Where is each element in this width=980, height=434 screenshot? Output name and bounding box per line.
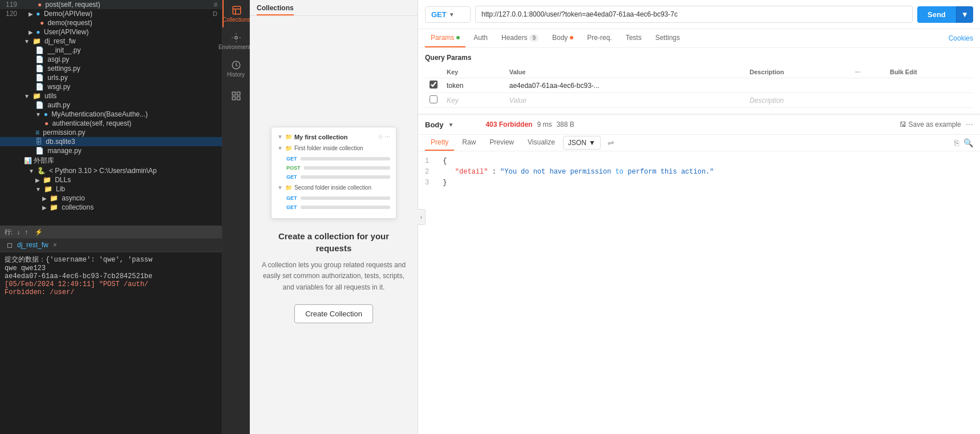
sidebar-item-history[interactable]: History xyxy=(222,55,250,82)
tree-item-permission[interactable]: ≡ permission.py xyxy=(0,128,222,137)
format-selector[interactable]: JSON ▼ xyxy=(563,136,601,150)
send-dropdown-button[interactable]: ▼ xyxy=(956,6,973,23)
response-body: 1 { 2 "detail" : "You do not have permis… xyxy=(418,151,980,434)
tab-tests[interactable]: Tests xyxy=(620,29,647,47)
terminal-line: ae4eda07-61aa-4ec6-bc93-7cb2842521be xyxy=(5,272,217,280)
method-selector[interactable]: GET ▼ xyxy=(425,6,471,23)
tab-settings[interactable]: Settings xyxy=(650,29,686,47)
tab-headers[interactable]: Headers 9 xyxy=(496,29,544,47)
tree-item-auth[interactable]: 📄 auth.py xyxy=(0,101,222,110)
url-input[interactable] xyxy=(475,6,913,23)
py-file-icon: ≡ xyxy=(35,128,39,136)
resp-tab-preview[interactable]: Preview xyxy=(484,135,520,151)
send-button[interactable]: Send xyxy=(917,6,956,23)
more-options-icon: ··· xyxy=(385,133,390,140)
collections-tab-header[interactable]: Collections xyxy=(250,0,418,16)
wrap-lines-icon[interactable]: ⇌ xyxy=(608,138,614,147)
arrow-icon: ▶ xyxy=(42,204,48,211)
tree-item-dj-rest-fw[interactable]: ▼ 📁 dj_rest_fw xyxy=(0,37,222,46)
illustration-header: ▼ 📁 My first collection ☆ ··· xyxy=(277,133,390,140)
query-params-section: Query Params Key Value Description ··· B… xyxy=(418,48,980,114)
tree-item-lib[interactable]: ▼ 📁 Lib xyxy=(0,184,222,194)
folder-icon: 📁 xyxy=(285,145,292,151)
method-label: GET xyxy=(286,204,297,210)
response-status: 403 Forbidden xyxy=(485,120,532,128)
request-panel: GET ▼ Send ▼ Params Auth Headers 9 Body … xyxy=(418,0,980,434)
py-file-icon: 📄 xyxy=(35,147,44,155)
arrow-icon: ▶ xyxy=(29,29,33,35)
py-file-icon: 📄 xyxy=(35,65,44,73)
tree-item-external-libs[interactable]: 📊 外部库 xyxy=(0,155,222,166)
cookies-link[interactable]: Cookies xyxy=(949,34,973,42)
response-chevron-icon[interactable]: ▼ xyxy=(448,122,454,128)
resp-tab-visualize[interactable]: Visualize xyxy=(522,135,561,151)
tab-auth[interactable]: Auth xyxy=(468,29,493,47)
blue-dot-icon: ● xyxy=(44,110,48,118)
tree-item-python[interactable]: ▼ 🐍 < Python 3.10 > C:\Users\admin\Ap xyxy=(0,166,222,175)
param-key-empty[interactable]: Key xyxy=(442,93,505,108)
arrow-icon: ▶ xyxy=(35,177,42,183)
db-file-icon: 🗄 xyxy=(35,138,42,146)
resp-tab-pretty[interactable]: Pretty xyxy=(425,135,454,151)
col-more: ··· xyxy=(851,66,885,78)
terminal-tab[interactable]: ◻ dj_rest_fw × xyxy=(0,239,222,252)
param-checkbox[interactable] xyxy=(430,81,438,89)
copy-response-icon[interactable]: ⎘ xyxy=(954,138,959,147)
search-response-icon[interactable]: 🔍 xyxy=(963,138,973,147)
tree-item-post[interactable]: 119 ● post(self, request) # xyxy=(0,0,222,9)
save-example-button[interactable]: 🖫 Save as example xyxy=(900,120,961,128)
response-label: Body xyxy=(425,120,444,129)
params-table: Key Value Description ··· Bulk Edit toke… xyxy=(425,66,973,108)
create-collection-heading: Create a collection for your requests xyxy=(261,230,406,254)
response-more-options-icon[interactable]: ··· xyxy=(966,119,973,130)
terminal-line-error: [05/Feb/2024 12:49:11] "POST /auth/ xyxy=(5,280,217,288)
tree-item-settings[interactable]: 📄 settings.py xyxy=(0,64,222,73)
tree-item-asgi[interactable]: 📄 asgi.py xyxy=(0,55,222,64)
tree-item-demo-apiview[interactable]: 120 ▶ ● Demo(APIView) D xyxy=(0,9,222,18)
col-key: Key xyxy=(442,66,505,78)
folder-arrow-icon: ▼ xyxy=(24,93,31,99)
py-file-icon: 📄 xyxy=(35,83,44,91)
star-icon: ☆ xyxy=(378,133,383,140)
tree-item-wsgi[interactable]: 📄 wsgi.py xyxy=(0,82,222,91)
tree-item-dlls[interactable]: ▶ 📁 DLLs xyxy=(0,175,222,184)
resp-tab-raw[interactable]: Raw xyxy=(456,135,481,151)
request-item: GET xyxy=(277,173,390,181)
tree-item-urls[interactable]: 📄 urls.py xyxy=(0,73,222,82)
tree-item-asyncio[interactable]: ▶ 📁 asyncio xyxy=(0,194,222,203)
sidebar-item-grid[interactable] xyxy=(222,82,250,110)
tree-item-init[interactable]: 📄 __init__.py xyxy=(0,46,222,55)
tree-item-demo-request[interactable]: ● demo(request) xyxy=(0,18,222,27)
method-label: GET xyxy=(286,156,297,162)
panel-toggle-arrow[interactable]: › xyxy=(418,209,426,225)
tree-item-db-sqlite3[interactable]: 🗄 db.sqlite3 xyxy=(0,137,222,146)
tree-item-collections-folder[interactable]: ▶ 📁 collections xyxy=(0,203,222,212)
tree-item-manage[interactable]: 📄 manage.py xyxy=(0,146,222,155)
tab-body[interactable]: Body xyxy=(546,29,579,47)
collections-panel: Collections ▼ 📁 My first collection ☆ ··… xyxy=(250,0,418,434)
terminal-close-btn[interactable]: × xyxy=(53,241,57,249)
tree-item-authenticate[interactable]: ● authenticate(self, request) xyxy=(0,119,222,128)
tree-item-utils[interactable]: ▼ 📁 utils xyxy=(0,91,222,101)
param-description-empty[interactable]: Description xyxy=(745,93,851,108)
sidebar-item-environments[interactable]: Environments xyxy=(222,27,250,55)
create-collection-button[interactable]: Create Collection xyxy=(294,304,373,323)
bulk-edit-btn[interactable]: Bulk Edit xyxy=(885,66,973,78)
param-key[interactable]: token xyxy=(442,78,505,93)
send-button-group: Send ▼ xyxy=(917,6,973,23)
param-value-empty[interactable]: Value xyxy=(505,93,745,108)
response-time: 9 ms xyxy=(537,120,552,128)
tree-item-myauth[interactable]: ▼ ● MyAuthentication(BaseAuthe...) xyxy=(0,110,222,119)
tree-item-user-apiview[interactable]: ▶ ● User(APIView) xyxy=(0,27,222,37)
tab-params[interactable]: Params xyxy=(425,29,465,47)
folder-item-second: ▼ 📁 Second folder inside collection xyxy=(277,184,390,191)
param-description[interactable] xyxy=(745,78,851,93)
method-label: POST xyxy=(286,165,301,171)
pink-dot-icon: ● xyxy=(40,19,44,27)
sidebar-item-collections[interactable]: Collections xyxy=(222,0,250,27)
request-bar xyxy=(301,157,390,160)
arrow-icon: ▼ xyxy=(35,111,43,118)
param-checkbox[interactable] xyxy=(430,95,438,103)
param-value[interactable]: ae4eda07-61aa-4ec6-bc93-... xyxy=(505,78,745,93)
tab-prereq[interactable]: Pre-req. xyxy=(581,29,617,47)
